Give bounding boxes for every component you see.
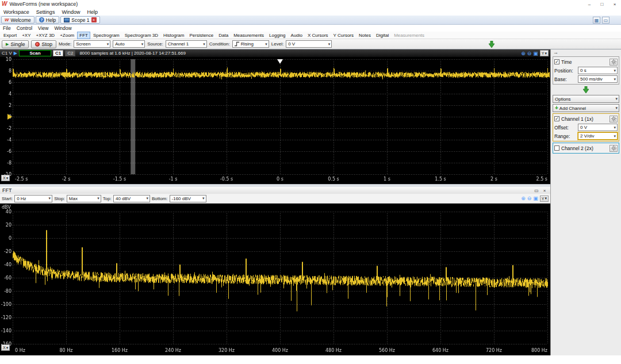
view-notes[interactable]: Notes: [356, 32, 373, 39]
zoom-out-icon[interactable]: ⊖: [527, 51, 532, 56]
arrow-down-icon: [489, 41, 494, 49]
chevron-down-icon: ▾: [615, 97, 618, 101]
panel-icon[interactable]: ▭: [602, 17, 610, 24]
fft-plot-canvas[interactable]: [0, 204, 550, 355]
view-histogram[interactable]: Histogram: [161, 32, 186, 39]
chevron-down-icon: ▾: [614, 134, 616, 139]
menu-scope-window[interactable]: Window: [51, 25, 74, 31]
float-panel-icon[interactable]: ▭: [533, 188, 540, 193]
chevron-down-icon: ▾: [615, 106, 618, 110]
chevron-down-icon: ▾: [97, 196, 99, 201]
channel1-checkbox[interactable]: ✓: [554, 116, 559, 121]
chevron-down-icon: ▾: [545, 196, 547, 201]
channel2-gear-icon[interactable]: [610, 145, 618, 152]
tab-scope1[interactable]: Scope 1 ×: [60, 16, 99, 24]
chevron-down-icon: ▾: [203, 42, 205, 47]
view-data[interactable]: Data: [216, 32, 231, 39]
fft-stop-select[interactable]: Max ▾: [67, 195, 101, 202]
fft-zoom-fit-icon[interactable]: ▣: [533, 196, 538, 201]
view-spectrogram[interactable]: Spectrogram: [91, 32, 122, 39]
mode-label: Mode:: [59, 41, 71, 47]
scope-header-icons: ⊕ ⊖ ▣ Y ▾: [521, 50, 549, 56]
menu-file[interactable]: File: [0, 25, 14, 31]
view-fft[interactable]: FFT: [77, 32, 90, 39]
single-button[interactable]: ▶ Single: [2, 40, 29, 48]
fft-toolbar-icons: ⊕ ⊖ ▣ Y ▾: [521, 196, 549, 202]
options-select[interactable]: Options ▾: [553, 95, 619, 103]
offset-select[interactable]: 0 V ▾: [578, 124, 618, 131]
tabbar-right-icons: ▦ ▭: [593, 17, 610, 24]
position-select[interactable]: 0 s ▾: [578, 67, 618, 74]
scan-status-badge: Scan: [19, 50, 51, 56]
trigger-mode-select[interactable]: Auto ▾: [113, 40, 145, 48]
collapse-arrow-icon[interactable]: →: [553, 50, 558, 55]
view-zoom[interactable]: +Zoom: [57, 32, 76, 39]
channel2-toggle-button[interactable]: C2: [65, 50, 75, 56]
menu-control[interactable]: Control: [14, 25, 35, 31]
scope-plot-canvas[interactable]: [0, 57, 550, 184]
scope-x-axis-button[interactable]: X ▾: [1, 175, 10, 181]
close-tab-icon[interactable]: ×: [91, 17, 97, 22]
fft-start-select[interactable]: 0 Hz ▾: [14, 195, 52, 202]
view-x-cursors[interactable]: X Cursors: [305, 32, 331, 39]
close-icon[interactable]: ×: [608, 1, 621, 8]
minimize-icon[interactable]: –: [583, 1, 596, 8]
menu-workspace[interactable]: Workspace: [0, 9, 33, 15]
stop-button[interactable]: Stop: [31, 40, 56, 48]
base-select[interactable]: 500 ms/div ▾: [578, 75, 618, 83]
view-export[interactable]: Export: [1, 32, 19, 39]
menu-help[interactable]: Help: [83, 9, 101, 15]
time-checkbox[interactable]: ✓: [554, 59, 559, 64]
position-label: Position:: [554, 68, 576, 74]
y-axis-menu-button[interactable]: Y ▾: [540, 50, 549, 56]
view-logging[interactable]: Logging: [267, 32, 288, 39]
grid-icon[interactable]: ▦: [593, 17, 600, 24]
view-digital[interactable]: Digital: [374, 32, 391, 39]
fft-x-axis-button[interactable]: X ▾: [1, 344, 10, 351]
level-select[interactable]: 0 V ▾: [286, 40, 332, 48]
acquisition-info: 8000 samples at 1.6 kHz | 2020-08-17 14:…: [79, 51, 185, 56]
tab-label: Welcome: [11, 17, 31, 23]
scope-control-toolbar: ▶ Single Stop Mode: Screen ▾ Auto ▾ Sour…: [0, 39, 621, 49]
view-xy[interactable]: +XY: [20, 32, 33, 39]
mode-select[interactable]: Screen ▾: [74, 40, 110, 48]
tab-help[interactable]: ? Help: [36, 16, 59, 24]
chevron-down-icon: ▾: [107, 42, 109, 47]
chevron-down-icon: ▾: [265, 42, 267, 47]
tab-welcome[interactable]: W Welcome: [1, 16, 34, 24]
condition-select[interactable]: Rising ▾: [232, 40, 269, 48]
view-xyz3d[interactable]: +XYZ 3D: [33, 32, 57, 39]
fft-bottom-select[interactable]: -160 dBV ▾: [170, 195, 206, 202]
arrow-down-icon: [551, 86, 621, 94]
fft-zoom-out-icon[interactable]: ⊖: [527, 196, 532, 201]
fft-top-select[interactable]: 40 dBV ▾: [113, 195, 150, 202]
fft-zoom-in-icon[interactable]: ⊕: [521, 196, 526, 201]
channel2-group: ✓ Channel 2 (2x): [553, 143, 619, 154]
main-menubar: Workspace Settings Window Help: [0, 8, 621, 16]
menu-settings[interactable]: Settings: [33, 9, 59, 15]
window-controls: – □ ×: [583, 1, 621, 8]
time-label: Time: [561, 59, 608, 65]
view-persistence[interactable]: Persistence: [187, 32, 216, 39]
menu-window[interactable]: Window: [58, 9, 83, 15]
zoom-in-icon[interactable]: ⊕: [521, 51, 526, 56]
maximize-icon[interactable]: □: [596, 1, 608, 8]
time-gear-icon[interactable]: [610, 59, 618, 66]
zoom-fit-icon[interactable]: ▣: [533, 51, 538, 56]
channel1-gear-icon[interactable]: [610, 116, 618, 122]
menu-view[interactable]: View: [35, 25, 51, 31]
source-select[interactable]: Channel 1 ▾: [166, 40, 207, 48]
view-spectrogram3d[interactable]: Spectrogram 3D: [122, 32, 160, 39]
view-y-cursors[interactable]: Y Cursors: [331, 32, 356, 39]
add-channel-button[interactable]: + Add Channel ▾: [553, 104, 619, 112]
channel1-toggle-button[interactable]: C1: [53, 50, 63, 56]
waveforms-window: W WaveForms (new workspace) – □ × Worksp…: [0, 0, 621, 364]
channel2-checkbox[interactable]: ✓: [554, 145, 559, 151]
fft-y-axis-menu-button[interactable]: Y ▾: [540, 196, 549, 202]
view-audio[interactable]: Audio: [289, 32, 305, 39]
tabbar: W Welcome ? Help Scope 1 × ▦ ▭: [0, 16, 621, 25]
view-measurements[interactable]: Measurements: [231, 32, 266, 39]
close-panel-icon[interactable]: ×: [541, 188, 548, 193]
range-select[interactable]: 2 V/div ▾: [578, 132, 618, 140]
channel2-label: Channel 2 (2x): [561, 145, 608, 151]
